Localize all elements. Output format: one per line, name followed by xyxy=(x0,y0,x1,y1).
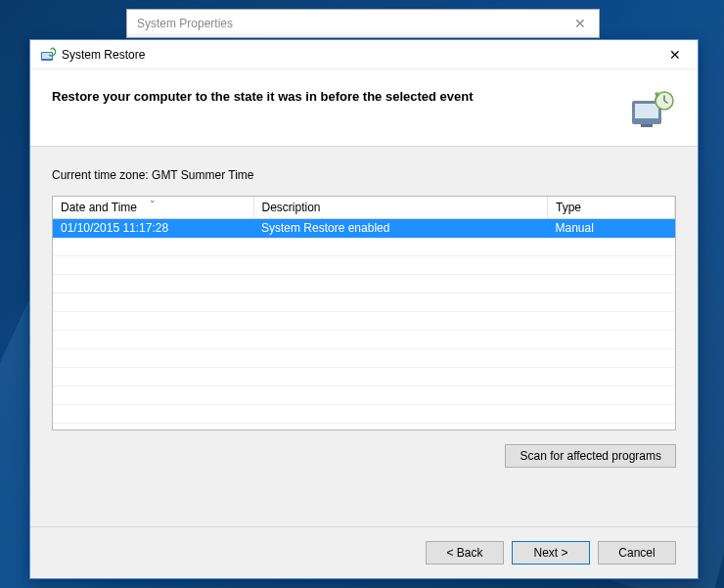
table-header-row: ⌄ Date and Time Description Type xyxy=(53,197,675,219)
column-header-type[interactable]: Type xyxy=(548,197,675,219)
table-row: . xyxy=(53,349,675,368)
system-restore-icon xyxy=(40,47,56,63)
background-window-title: System Properties xyxy=(137,17,233,30)
scan-affected-programs-button[interactable]: Scan for affected programs xyxy=(505,444,676,468)
table-row: . xyxy=(53,256,675,275)
table-row: . xyxy=(53,238,675,256)
dialog-title: System Restore xyxy=(62,48,145,62)
cell-description: System Restore enabled xyxy=(253,219,548,238)
close-icon[interactable]: ✕ xyxy=(571,16,589,31)
dialog-content: Current time zone: GMT Summer Time ⌄ Dat… xyxy=(30,147,698,526)
back-button[interactable]: < Back xyxy=(426,541,504,565)
cell-type: Manual xyxy=(548,219,675,238)
dialog-footer: < Back Next > Cancel xyxy=(30,526,698,578)
column-header-description[interactable]: Description xyxy=(253,197,548,219)
cancel-button[interactable]: Cancel xyxy=(598,541,676,565)
column-header-date[interactable]: ⌄ Date and Time xyxy=(53,197,253,219)
system-restore-dialog: System Restore ✕ Restore your computer t… xyxy=(29,39,699,579)
scan-row: Scan for affected programs xyxy=(52,444,676,468)
titlebar: System Restore ✕ xyxy=(30,40,698,69)
table-row: . xyxy=(53,275,675,294)
dialog-heading: Restore your computer to the state it wa… xyxy=(52,89,610,104)
svg-rect-3 xyxy=(635,104,658,118)
table-row: . xyxy=(53,405,675,424)
background-window-titlebar: System Properties ✕ xyxy=(126,9,600,38)
table-row: . xyxy=(53,386,675,405)
next-button[interactable]: Next > xyxy=(512,541,590,565)
table-row: . xyxy=(53,312,675,331)
sort-indicator-icon: ⌄ xyxy=(149,196,157,204)
restore-graphic-icon xyxy=(629,89,676,128)
close-button[interactable]: ✕ xyxy=(660,45,690,65)
table-row: . xyxy=(53,294,675,312)
restore-points-table: ⌄ Date and Time Description Type 01/10/2… xyxy=(52,196,676,430)
cell-date: 01/10/2015 11:17:28 xyxy=(53,219,253,238)
table-row: . xyxy=(53,331,675,349)
timezone-label: Current time zone: GMT Summer Time xyxy=(52,168,676,182)
table-row: . xyxy=(53,368,675,386)
table-row[interactable]: 01/10/2015 11:17:28 System Restore enabl… xyxy=(53,219,675,238)
svg-rect-4 xyxy=(641,124,653,127)
dialog-header: Restore your computer to the state it wa… xyxy=(30,69,698,147)
